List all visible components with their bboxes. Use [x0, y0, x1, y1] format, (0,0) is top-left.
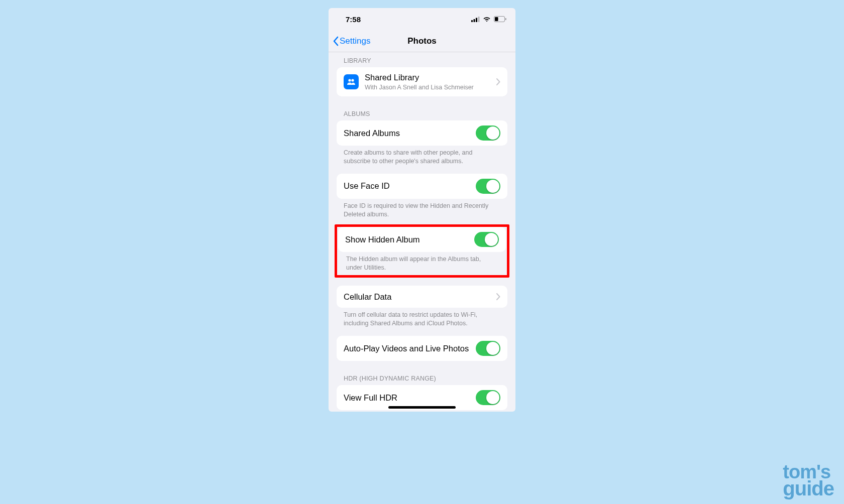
home-indicator [388, 406, 456, 409]
wifi-icon [483, 16, 491, 22]
status-bar: 7:58 [329, 8, 515, 30]
svg-rect-0 [471, 20, 473, 22]
phone-screenshot: 7:58 Settings Photos LIBRARY Shared Libr… [329, 8, 515, 412]
view-full-hdr-title: View Full HDR [344, 393, 476, 403]
cellular-data-row[interactable]: Cellular Data [337, 286, 507, 308]
use-face-id-title: Use Face ID [344, 181, 476, 191]
section-header-library: LIBRARY [329, 52, 515, 67]
status-time: 7:58 [346, 15, 361, 24]
svg-rect-5 [495, 17, 498, 21]
back-button[interactable]: Settings [333, 36, 370, 46]
section-header-albums: ALBUMS [329, 96, 515, 120]
highlight-box: Show Hidden Album The Hidden album will … [335, 224, 509, 278]
svg-rect-3 [478, 17, 480, 22]
show-hidden-group: Show Hidden Album [338, 227, 506, 252]
view-full-hdr-footer: Automatically adjust the display to show… [329, 410, 515, 412]
cellular-data-footer: Turn off cellular data to restrict updat… [329, 308, 515, 328]
show-hidden-album-title: Show Hidden Album [345, 234, 474, 245]
autoplay-title: Auto-Play Videos and Live Photos [344, 343, 476, 354]
shared-albums-title: Shared Albums [344, 128, 476, 139]
cellular-data-title: Cellular Data [344, 292, 494, 302]
view-full-hdr-toggle[interactable] [476, 390, 500, 405]
use-face-id-row[interactable]: Use Face ID [337, 174, 507, 199]
svg-point-7 [348, 79, 351, 81]
shared-albums-toggle[interactable] [476, 125, 500, 141]
shared-library-icon [344, 74, 359, 89]
svg-rect-1 [474, 19, 475, 22]
chevron-right-icon [496, 293, 500, 300]
face-id-group: Use Face ID [337, 174, 507, 199]
show-hidden-album-toggle[interactable] [474, 232, 499, 247]
cellular-group: Cellular Data [337, 286, 507, 308]
use-face-id-toggle[interactable] [476, 179, 500, 194]
show-hidden-album-row[interactable]: Show Hidden Album [338, 227, 506, 252]
show-hidden-album-footer: The Hidden album will appear in the Albu… [337, 252, 507, 275]
chevron-left-icon [333, 36, 339, 46]
battery-icon [494, 16, 506, 22]
shared-library-title: Shared Library [365, 72, 494, 83]
settings-content: LIBRARY Shared Library With Jason A Snel… [329, 52, 515, 412]
shared-library-subtitle: With Jason A Snell and Lisa Schmeiser [365, 83, 494, 91]
autoplay-group: Auto-Play Videos and Live Photos [337, 336, 507, 361]
svg-rect-2 [476, 18, 477, 22]
watermark: tom's guide [783, 464, 834, 497]
status-icons [471, 16, 506, 22]
chevron-right-icon [496, 78, 500, 85]
section-header-hdr: HDR (HIGH DYNAMIC RANGE) [329, 361, 515, 385]
nav-bar: Settings Photos [329, 30, 515, 52]
shared-library-row[interactable]: Shared Library With Jason A Snell and Li… [337, 67, 507, 96]
svg-rect-6 [505, 18, 506, 20]
autoplay-toggle[interactable] [476, 341, 500, 356]
library-group: Shared Library With Jason A Snell and Li… [337, 67, 507, 96]
back-label: Settings [340, 36, 370, 46]
svg-point-8 [351, 79, 354, 81]
shared-albums-row[interactable]: Shared Albums [337, 120, 507, 146]
shared-albums-footer: Create albums to share with other people… [329, 146, 515, 166]
autoplay-row[interactable]: Auto-Play Videos and Live Photos [337, 336, 507, 361]
shared-albums-group: Shared Albums [337, 120, 507, 146]
cellular-icon [471, 17, 480, 22]
use-face-id-footer: Face ID is required to view the Hidden a… [329, 199, 515, 219]
watermark-line2: guide [783, 480, 834, 497]
